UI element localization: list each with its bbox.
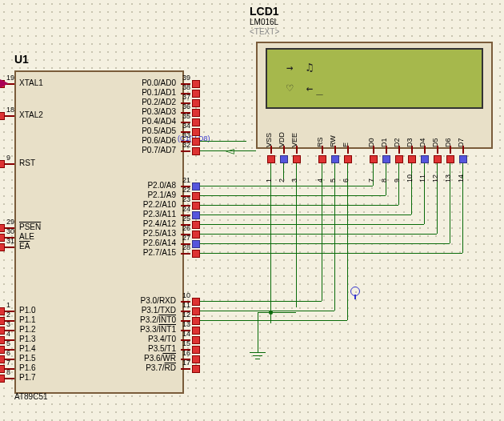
pin-pad[interactable] [0, 346, 5, 354]
lcd-pin-number: 11 [418, 174, 426, 182]
pin-pad[interactable] [192, 192, 200, 200]
pin-stub [181, 150, 190, 152]
pin-pad[interactable] [0, 243, 5, 251]
pin-pad[interactable] [0, 112, 5, 120]
u1-right-pin-label: P0.4/AD4 [128, 117, 176, 126]
pin-pad[interactable] [192, 147, 200, 155]
pin-pad[interactable] [192, 250, 200, 258]
pin-pad[interactable] [192, 307, 200, 315]
pin-pad[interactable] [446, 155, 454, 163]
pin-pad[interactable] [0, 375, 5, 383]
u1-right-pin-label: P2.7/A15 [128, 248, 176, 257]
net-wire [398, 163, 399, 205]
net-wire [200, 301, 322, 302]
pin-pad[interactable] [192, 182, 200, 190]
pin-pad[interactable] [192, 138, 200, 146]
u1-right-pin-label: P3.1/TXD [128, 306, 176, 315]
pin-pad[interactable] [192, 202, 200, 210]
u1-right-pin-label: P0.7/AD7 [128, 146, 176, 154]
pin-pad[interactable] [192, 118, 200, 126]
pin-pad[interactable] [331, 155, 339, 163]
pin-pad[interactable] [0, 160, 5, 168]
pin-pad[interactable] [370, 155, 378, 163]
pin-pad[interactable] [0, 307, 5, 315]
pin-pad[interactable] [192, 346, 200, 354]
pin-number: 24 [182, 205, 190, 213]
pin-pad[interactable] [0, 317, 5, 325]
lcd-pin-number: 9 [393, 178, 401, 182]
pin-number: 6 [6, 349, 10, 357]
net-wire [334, 163, 335, 311]
pin-pad[interactable] [192, 317, 200, 325]
pin-pad[interactable] [0, 336, 5, 344]
pin-pad[interactable] [0, 234, 5, 242]
pin-pad[interactable] [0, 224, 5, 232]
pin-pad[interactable] [192, 365, 200, 373]
pin-pad[interactable] [344, 155, 352, 163]
pin-pad[interactable] [280, 155, 288, 163]
pin-pad[interactable] [192, 355, 200, 363]
u1-left-pin-label: P1.4 [19, 344, 36, 353]
net-wire [200, 141, 246, 142]
pin-pad[interactable] [192, 90, 200, 98]
pin-pad[interactable] [395, 155, 403, 163]
pin-pad[interactable] [0, 355, 5, 363]
pin-pad[interactable] [434, 155, 442, 163]
pin-pad[interactable] [192, 240, 200, 248]
pin-pad[interactable] [192, 231, 200, 239]
lcd-pin-number: 14 [457, 174, 465, 182]
pin-stub [5, 247, 14, 248]
pin-number: 26 [182, 224, 190, 232]
u1-right-pin-label: P3.5/T1 [128, 344, 176, 353]
lcd-text-ph: <TEXT> [250, 27, 279, 36]
pin-number: 21 [182, 176, 190, 184]
pin-stub [5, 115, 14, 117]
pin-pad[interactable] [192, 99, 200, 107]
u1-ref: U1 [14, 53, 29, 66]
pin-pad[interactable] [192, 80, 200, 88]
pin-stub [398, 146, 400, 154]
pin-stub [462, 146, 464, 154]
u1-left-pin-label: EA [19, 242, 30, 251]
pin-pad[interactable] [192, 211, 200, 219]
probe-stem [354, 295, 356, 299]
u1-left-pin-label: XTAL2 [19, 110, 43, 119]
pin-pad[interactable] [192, 298, 200, 306]
pin-pad[interactable] [192, 109, 200, 117]
lcd-part: LM016L [250, 18, 278, 26]
lcd-pin-number: 8 [380, 178, 388, 182]
pin-pad[interactable] [293, 155, 301, 163]
u1-right-pin-label: P2.0/A8 [128, 181, 176, 190]
pin-stub [322, 146, 323, 154]
pin-number: 4 [6, 330, 10, 338]
net-wire [200, 234, 437, 235]
pin-pad[interactable] [0, 365, 5, 373]
u1-right-pin-label: P2.6/A14 [128, 239, 176, 247]
lcd-line1: → ♫ [286, 61, 316, 74]
u1-right-pin-label: P3.3/INT1 [128, 325, 176, 334]
u1-part: AT89C51 [14, 392, 48, 401]
u1-left-pin-label: RST [19, 158, 35, 167]
pin-pad[interactable] [318, 155, 326, 163]
u1-right-pin-label: P2.4/A12 [128, 219, 176, 228]
u1-left-pin-label: P1.0 [19, 306, 36, 315]
pin-pad[interactable] [192, 128, 200, 136]
pin-pad[interactable] [192, 221, 200, 229]
pin-pad[interactable] [408, 155, 416, 163]
u1-right-pin-label: P2.3/A11 [128, 210, 176, 219]
u1-left-pin-label: XTAL1 [19, 78, 43, 87]
pin-pad[interactable] [192, 336, 200, 344]
u1-left-pin-label: P1.3 [19, 335, 36, 343]
pin-number: 31 [6, 237, 14, 245]
u1-left-pin-label: P1.2 [19, 325, 36, 334]
pin-pad[interactable] [0, 327, 5, 335]
net-wire [200, 320, 347, 321]
pin-pad[interactable] [267, 155, 275, 163]
pin-pad[interactable] [421, 155, 429, 163]
net-wire [200, 195, 386, 196]
pin-pad[interactable] [382, 155, 390, 163]
pin-pad[interactable] [459, 155, 467, 163]
pin-number: 15 [182, 339, 190, 347]
pin-stub [270, 146, 272, 154]
pin-pad[interactable] [192, 327, 200, 335]
